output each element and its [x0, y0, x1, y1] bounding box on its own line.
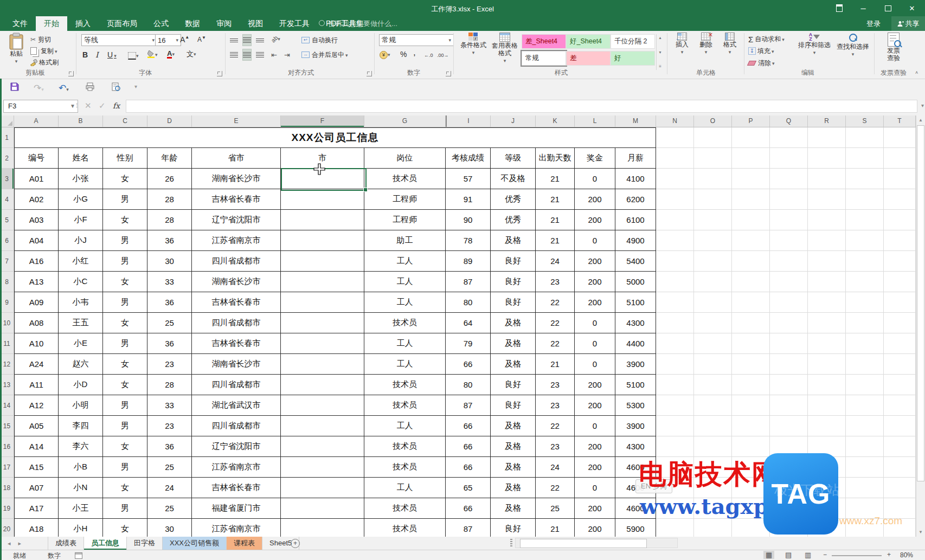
cell[interactable]: 及格 [491, 313, 536, 333]
cell[interactable]: 良好 [491, 251, 536, 272]
cell[interactable] [884, 292, 916, 313]
menu-tab-页面布局[interactable]: 页面布局 [99, 16, 145, 31]
column-header-P[interactable]: P [732, 115, 770, 127]
cell[interactable]: 24 [536, 457, 575, 478]
cell[interactable]: 25 [147, 457, 192, 478]
cell[interactable]: 男 [103, 189, 147, 210]
cell[interactable] [656, 416, 694, 436]
percent-style-button[interactable]: % [400, 49, 407, 60]
collapse-ribbon-icon[interactable]: ˄ [915, 70, 918, 75]
cell[interactable]: 21 [536, 169, 575, 189]
cell[interactable] [732, 272, 770, 292]
cell[interactable] [846, 148, 884, 169]
cell[interactable] [808, 127, 846, 148]
cell[interactable]: 24 [147, 478, 192, 498]
cell[interactable]: 小红 [59, 251, 103, 272]
cell[interactable]: 4100 [615, 169, 656, 189]
cell[interactable] [770, 251, 808, 272]
align-middle-button[interactable] [243, 35, 251, 46]
column-header-I[interactable]: I [446, 115, 491, 127]
cell[interactable]: 技术员 [364, 169, 446, 189]
scroll-down-icon[interactable]: ▾ [659, 50, 661, 55]
cell[interactable] [846, 519, 884, 537]
cell[interactable]: 小张 [59, 169, 103, 189]
cell[interactable]: 25 [147, 498, 192, 519]
close-button[interactable]: ✕ [901, 0, 923, 16]
cell[interactable]: 四川省成都市 [192, 416, 281, 436]
cell[interactable]: 福建省厦门市 [192, 498, 281, 519]
cell[interactable]: 湖南省长沙市 [192, 272, 281, 292]
cell[interactable] [808, 436, 846, 457]
cell[interactable]: 技术员 [364, 313, 446, 333]
cell[interactable] [884, 127, 916, 148]
clipboard-dialog-launcher-icon[interactable] [68, 71, 74, 76]
cell[interactable]: 女 [103, 436, 147, 457]
cell[interactable] [732, 148, 770, 169]
cell[interactable] [884, 333, 916, 354]
cell[interactable] [694, 333, 732, 354]
cell[interactable] [732, 230, 770, 251]
fill-button[interactable]: ↧填充 [748, 46, 774, 56]
orientation-button[interactable]: ab▾ [271, 34, 280, 44]
cell[interactable]: A07 [14, 478, 59, 498]
cell[interactable] [884, 272, 916, 292]
format-cells-button[interactable]: 格式▾ [719, 33, 741, 56]
cell[interactable]: 女 [103, 375, 147, 395]
cell[interactable] [732, 498, 770, 519]
cell[interactable] [656, 333, 694, 354]
cell[interactable]: 辽宁省沈阳市 [192, 210, 281, 230]
cell[interactable] [281, 251, 364, 272]
merged-title-cell[interactable]: XXX公司员工信息 [14, 127, 656, 148]
cell[interactable]: 5100 [615, 375, 656, 395]
cell[interactable]: 工程师 [364, 189, 446, 210]
paste-button[interactable]: 粘贴▾ [4, 33, 28, 65]
cell[interactable]: 23 [147, 354, 192, 375]
cell[interactable] [656, 457, 694, 478]
column-header-N[interactable]: N [656, 115, 694, 127]
cell[interactable] [694, 354, 732, 375]
cell[interactable]: 5400 [615, 251, 656, 272]
cell[interactable]: 200 [575, 210, 615, 230]
row-header-10[interactable]: 10 [0, 313, 14, 333]
cell[interactable] [884, 354, 916, 375]
cell[interactable] [732, 354, 770, 375]
cut-button[interactable]: ✂剪切 [30, 34, 51, 45]
cell[interactable]: 23 [536, 395, 575, 416]
cell[interactable] [694, 416, 732, 436]
cell[interactable] [808, 148, 846, 169]
cell[interactable]: A24 [14, 354, 59, 375]
row-header-19[interactable]: 19 [0, 498, 14, 519]
cell[interactable]: A12 [14, 395, 59, 416]
cell[interactable]: 优秀 [491, 189, 536, 210]
cell[interactable] [656, 313, 694, 333]
cell[interactable]: 200 [575, 251, 615, 272]
cell[interactable] [732, 292, 770, 313]
format-as-table-button[interactable]: 套用表格格式▾ [490, 33, 520, 65]
cell[interactable]: A10 [14, 333, 59, 354]
cell[interactable]: 23 [147, 416, 192, 436]
cell[interactable]: 奖金 [575, 148, 615, 169]
cell[interactable] [281, 210, 364, 230]
cell[interactable] [694, 127, 732, 148]
cell[interactable]: 吉林省长春市 [192, 478, 281, 498]
cell[interactable] [694, 210, 732, 230]
cell[interactable]: 6200 [615, 189, 656, 210]
cell[interactable] [884, 148, 916, 169]
cell[interactable] [884, 478, 916, 498]
cell[interactable] [846, 498, 884, 519]
cell[interactable] [846, 189, 884, 210]
copy-button[interactable]: 复制 [30, 46, 57, 56]
cell[interactable] [770, 395, 808, 416]
cell[interactable]: A01 [14, 169, 59, 189]
align-right-button[interactable] [256, 49, 264, 60]
cell[interactable]: 男 [103, 416, 147, 436]
alignment-dialog-launcher-icon[interactable] [367, 71, 372, 76]
cell[interactable]: 工人 [364, 272, 446, 292]
cell[interactable]: 66 [446, 498, 491, 519]
column-header-S[interactable]: S [846, 115, 884, 127]
cell[interactable]: 王五 [59, 313, 103, 333]
cell[interactable] [732, 251, 770, 272]
cell[interactable]: 66 [446, 457, 491, 478]
column-header-R[interactable]: R [808, 115, 846, 127]
styles-gallery-scroll[interactable]: ▴▾≡ [656, 34, 664, 70]
